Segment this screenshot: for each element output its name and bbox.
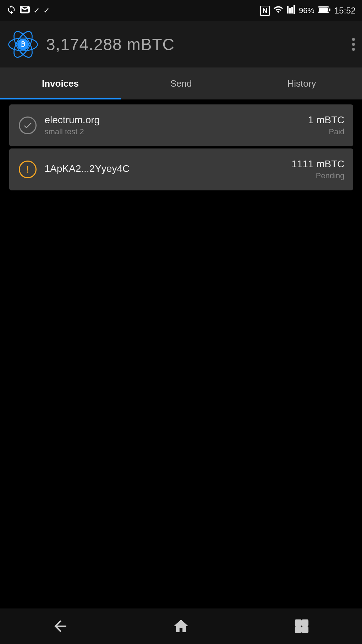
tabs-bar: Invoices Send History <box>0 67 362 99</box>
sync-icon <box>6 5 16 17</box>
svg-rect-9 <box>302 620 308 626</box>
pending-status-icon: ! <box>18 159 38 179</box>
invoice-subtitle-1: small test 2 <box>45 127 301 136</box>
status-right-icons: N 96% 15:52 <box>260 5 356 17</box>
svg-rect-10 <box>296 627 301 632</box>
menu-dot-2 <box>352 43 355 46</box>
battery-percent: 96% <box>299 6 314 15</box>
bottom-nav <box>0 608 362 644</box>
warning-circle-icon: ! <box>19 161 37 178</box>
main-content-area <box>0 195 362 644</box>
balance-display: 3,174.288 mBTC <box>46 35 345 54</box>
invoice-item-1[interactable]: electrum.org small test 2 1 mBTC Paid <box>9 104 353 146</box>
invoice-amount-1: 1 mBTC <box>308 114 345 126</box>
overflow-menu-button[interactable] <box>352 38 355 51</box>
paid-status-icon <box>18 115 38 135</box>
app-header: ₿ 3,174.288 mBTC <box>0 21 362 67</box>
check-circle-icon <box>19 117 37 134</box>
svg-rect-2 <box>319 7 328 12</box>
svg-rect-1 <box>329 9 330 11</box>
tab-invoices[interactable]: Invoices <box>0 67 121 99</box>
tab-history[interactable]: History <box>241 67 362 99</box>
invoice-title-2: 1ApKA2...2Yyey4C <box>45 163 285 174</box>
invoice-title-1: electrum.org <box>45 114 301 126</box>
battery-icon <box>318 6 331 15</box>
status-left-icons: ✓ ✓ <box>6 5 50 17</box>
gmail-icon <box>20 6 30 16</box>
task-icon: ✓ <box>33 6 40 15</box>
invoice-details-1: electrum.org small test 2 <box>45 114 301 136</box>
invoice-amount-2: 1111 mBTC <box>291 158 344 170</box>
task2-icon: ✓ <box>43 6 50 15</box>
status-bar: ✓ ✓ N 96% 15:52 <box>0 0 362 21</box>
time-display: 15:52 <box>334 6 356 16</box>
invoice-amount-block-2: 1111 mBTC Pending <box>291 158 344 180</box>
app-logo: ₿ <box>7 28 39 60</box>
menu-dot-3 <box>352 48 355 51</box>
svg-text:₿: ₿ <box>21 40 25 48</box>
nfc-icon: N <box>260 6 269 16</box>
invoice-item-2[interactable]: ! 1ApKA2...2Yyey4C 1111 mBTC Pending <box>9 148 353 190</box>
menu-dot-1 <box>352 38 355 41</box>
signal-icon <box>287 5 295 16</box>
svg-rect-11 <box>302 627 308 632</box>
svg-rect-8 <box>296 620 301 626</box>
invoice-status-2: Pending <box>291 171 344 180</box>
invoice-details-2: 1ApKA2...2Yyey4C <box>45 163 285 176</box>
invoice-list: electrum.org small test 2 1 mBTC Paid ! … <box>0 99 362 195</box>
wifi-icon <box>273 5 283 17</box>
tab-send[interactable]: Send <box>121 67 241 99</box>
invoice-amount-block-1: 1 mBTC Paid <box>308 114 345 136</box>
back-button[interactable] <box>50 616 71 637</box>
invoice-status-1: Paid <box>308 127 345 136</box>
recents-button[interactable] <box>291 616 312 637</box>
home-button[interactable] <box>170 616 192 637</box>
